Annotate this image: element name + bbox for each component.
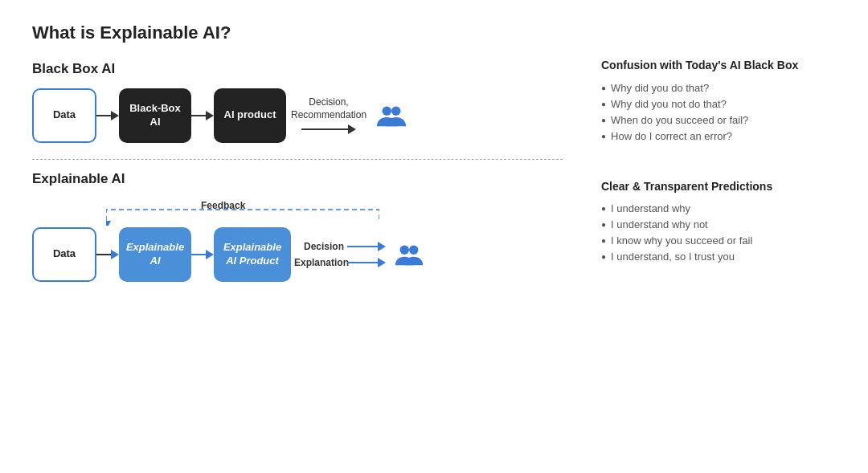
people-icon-explainable [392,238,426,271]
decision-label-exp: Decision [294,241,344,252]
explainable-main-row: Data Explainable AI [32,227,587,282]
svg-point-4 [409,245,418,254]
section-divider [32,159,563,160]
data-box-black: Data [32,88,96,143]
black-box-diagram: Data Black-Box AI AI product [32,88,587,143]
explainable-left: Explainable AI Feedback [32,171,587,282]
bullet-item: I understand why not [601,218,836,230]
sections-wrapper: Black Box AI Data Black-Box AI [32,58,836,292]
explainable-ai-box: Explainable AI [119,227,191,282]
arrow3-black [301,124,356,134]
black-box-bullets: Why did you do that? Why did you not do … [601,82,836,146]
people-icon-black [375,99,408,133]
decision-label-black: Decision, Recommendation [291,96,366,121]
explainable-diagram: Feedback [32,198,587,282]
explainable-section: Explainable AI Feedback [32,168,836,292]
explanation-label: Explanation [294,257,344,268]
bullet-item: When do you succeed or fail? [601,114,836,126]
decision-explanation-area: Decision Explanation [294,241,386,268]
black-box-heading: Black Box AI [32,61,587,77]
arrow2-black [191,111,214,120]
svg-point-0 [383,106,391,115]
bullet-item: Why did you not do that? [601,98,836,110]
explainable-right: Clear & Transparent Predictions I unders… [587,179,836,267]
bullet-item: I understand why [601,202,836,214]
explainable-bullets: I understand why I understand why not I … [601,202,836,267]
svg-point-3 [400,245,409,254]
black-box-right-heading: Confusion with Today's AI Black Box [601,58,836,74]
black-box-left: Black Box AI Data Black-Box AI [32,61,587,143]
svg-point-1 [391,106,400,115]
page-title: What is Explainable AI? [32,22,836,43]
bullet-item: I know why you succeed or fail [601,234,836,247]
decision-arrow [347,242,386,251]
blackbox-ai-box: Black-Box AI [119,88,191,143]
black-box-right: Confusion with Today's AI Black Box Why … [587,58,836,146]
explanation-arrow [347,258,386,267]
explainable-product-box: Explainable AI Product [214,227,291,282]
feedback-area: Feedback [32,198,587,227]
explainable-right-heading: Clear & Transparent Predictions [601,179,836,195]
ai-product-box: AI product [214,88,286,143]
arrow1-explainable [96,250,119,259]
bullet-item: I understand, so I trust you [601,251,836,263]
bullet-item: How do I correct an error? [601,130,836,142]
bullet-item: Why did you do that? [601,82,836,94]
explainable-heading: Explainable AI [32,171,587,187]
black-box-section: Black Box AI Data Black-Box AI [32,58,836,156]
feedback-arrow-svg [106,205,379,226]
arrow1-black [96,111,119,120]
arrow2-explainable [191,250,214,259]
data-box-explainable: Data [32,227,96,282]
